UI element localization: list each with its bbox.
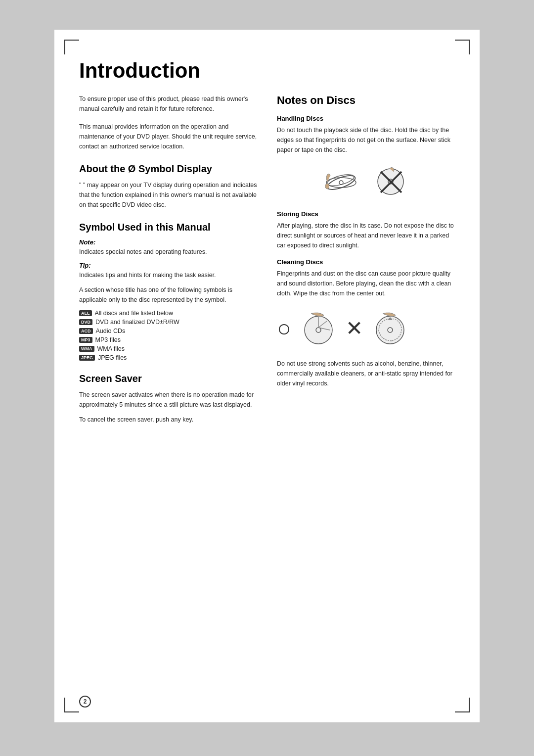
- document-page: Introduction To ensure proper use of thi…: [54, 30, 480, 722]
- cleaning-discs-text1: Fingerprints and dust on the disc can ca…: [277, 269, 455, 298]
- corner-mark-tr-v: [469, 40, 470, 54]
- badge-row-wma: WMA WMA files: [79, 345, 257, 352]
- cleaning-discs-text2: Do not use strong solvents such as alcoh…: [277, 359, 455, 388]
- screen-saver-paragraph-1: The screen saver activates when there is…: [79, 390, 257, 410]
- section-text: A section whose title has one of the fol…: [79, 285, 257, 305]
- badge-row-all: ALL All discs and file listed below: [79, 310, 257, 317]
- corner-mark-tl-v: [64, 40, 65, 54]
- screen-saver-title: Screen Saver: [79, 372, 257, 385]
- right-column: Notes on Discs Handling Discs Do not tou…: [277, 94, 455, 429]
- badge-wma-text: WMA files: [97, 345, 125, 352]
- bad-disc-icon: [371, 163, 410, 202]
- good-cleaning-disc-icon: [296, 306, 341, 351]
- tip-label: Tip:: [79, 262, 257, 269]
- storing-discs-title: Storing Discs: [277, 210, 455, 218]
- corner-mark-tl-h: [64, 40, 79, 41]
- badge-all: ALL: [79, 310, 92, 316]
- left-column: To ensure proper use of this product, pl…: [79, 94, 257, 429]
- rejected-x-icon: ✕: [346, 318, 363, 339]
- corner-mark-bl-h: [64, 711, 79, 712]
- badge-dvd-text: DVD and finalized DVD±R/RW: [95, 319, 179, 326]
- page-number: 2: [79, 696, 91, 708]
- note-label: Note:: [79, 238, 257, 246]
- badge-jpeg-text: JPEG files: [98, 354, 127, 361]
- good-disc-icon: [321, 163, 361, 202]
- badge-dvd: DVD: [79, 319, 92, 325]
- badge-row-acd: ACD Audio CDs: [79, 328, 257, 334]
- badge-row-mp3: MP3 MP3 files: [79, 336, 257, 343]
- tip-text: Indicates tips and hints for making the …: [79, 270, 257, 280]
- badge-list: ALL All discs and file listed below DVD …: [79, 310, 257, 361]
- screen-saver-paragraph-2: To cancel the screen saver, push any key…: [79, 415, 257, 425]
- badge-wma: WMA: [79, 346, 94, 352]
- badge-row-jpeg: JPEG JPEG files: [79, 354, 257, 361]
- cleaning-discs-title: Cleaning Discs: [277, 258, 455, 266]
- storing-discs-text: After playing, store the disc in its cas…: [277, 221, 455, 250]
- handling-discs-text: Do not touch the playback side of the di…: [277, 125, 455, 155]
- svg-point-3: [339, 181, 343, 185]
- about-symbol-title: About the Ø Symbol Display: [79, 162, 257, 175]
- svg-point-13: [376, 316, 404, 344]
- notes-on-discs-title: Notes on Discs: [277, 94, 455, 107]
- cleaning-disc-illustrations: ○ ✕: [277, 306, 455, 351]
- note-text: Indicates special notes and operating fe…: [79, 247, 257, 257]
- handling-disc-illustrations: [277, 163, 455, 202]
- badge-mp3-text: MP3 files: [95, 336, 121, 343]
- bad-cleaning-disc-icon: [368, 306, 412, 351]
- handling-discs-title: Handling Discs: [277, 115, 455, 122]
- intro-paragraph-1: To ensure proper use of this product, pl…: [79, 94, 257, 114]
- two-column-layout: To ensure proper use of this product, pl…: [79, 94, 455, 429]
- badge-all-text: All discs and file listed below: [95, 310, 173, 317]
- badge-acd-text: Audio CDs: [96, 328, 126, 334]
- corner-mark-bl-v: [64, 698, 65, 712]
- corner-mark-br-v: [469, 698, 470, 712]
- badge-jpeg: JPEG: [79, 355, 95, 361]
- intro-paragraph-2: This manual provides information on the …: [79, 122, 257, 151]
- symbol-used-title: Symbol Used in this Manual: [79, 221, 257, 234]
- svg-point-2: [326, 172, 355, 188]
- badge-mp3: MP3: [79, 337, 92, 343]
- about-symbol-text: " " may appear on your TV display during…: [79, 180, 257, 210]
- page-title: Introduction: [79, 59, 455, 82]
- badge-row-dvd: DVD DVD and finalized DVD±R/RW: [79, 319, 257, 326]
- approved-circle-icon: ○: [277, 317, 291, 340]
- badge-acd: ACD: [79, 328, 93, 334]
- corner-mark-tr-h: [455, 40, 470, 41]
- corner-mark-br-h: [455, 711, 470, 712]
